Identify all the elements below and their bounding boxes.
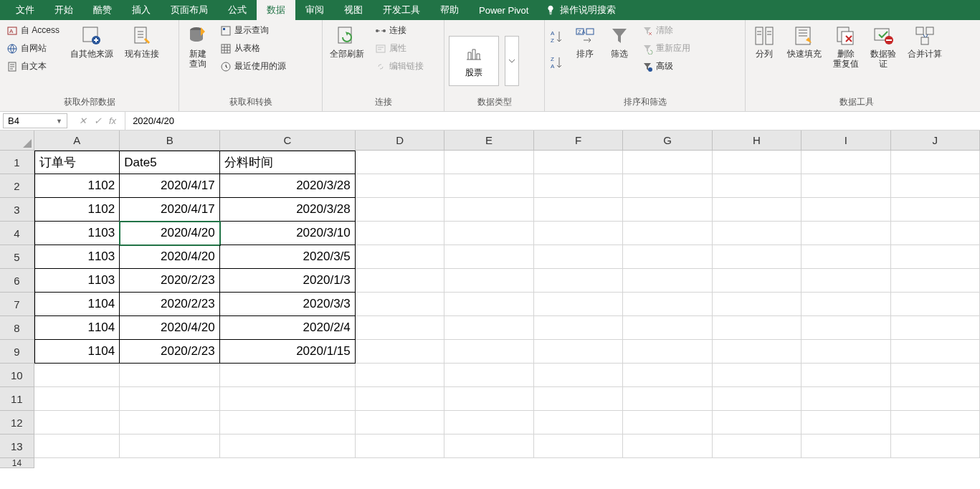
cell-J12[interactable] [891,411,980,435]
cell-D5[interactable] [356,245,444,269]
cell-J9[interactable] [891,340,980,364]
fx-icon[interactable]: fx [109,115,116,126]
cell-G9[interactable] [623,340,712,364]
cell-F9[interactable] [534,340,623,364]
from-web-button[interactable]: 自网站 [4,41,62,56]
cell-G3[interactable] [623,198,712,222]
cell-G1[interactable] [623,151,712,174]
cell-B13[interactable] [120,435,219,458]
cell-H6[interactable] [713,269,801,293]
from-other-button[interactable]: 自其他来源 [67,23,116,60]
cell-I3[interactable] [801,198,890,222]
tab-developer[interactable]: 开发工具 [373,0,430,20]
cell-B12[interactable] [120,411,219,435]
recent-sources-button[interactable]: 最近使用的源 [218,59,288,74]
cell-E8[interactable] [444,316,533,340]
cell-A1[interactable]: 订单号 [34,151,120,174]
row-header-6[interactable]: 6 [0,269,34,293]
sort-button[interactable]: Z A 排序 [571,23,599,60]
cell-B4[interactable]: 2020/4/20 [120,222,219,245]
remove-duplicates-button[interactable]: 删除 重复值 [830,23,862,71]
cell-A10[interactable] [34,364,120,387]
col-header-A[interactable]: A [34,130,120,151]
name-box[interactable]: B4 ▼ [3,113,67,128]
col-header-J[interactable]: J [891,130,980,151]
cell-A8[interactable]: 1104 [34,316,120,340]
cell-B6[interactable]: 2020/2/23 [120,269,219,293]
consolidate-button[interactable]: 合并计算 [905,23,945,60]
cell-J4[interactable] [891,222,980,245]
cell-J5[interactable] [891,245,980,269]
cell-A11[interactable] [34,387,120,411]
cell-A13[interactable] [34,435,120,458]
cell-B3[interactable]: 2020/4/17 [120,198,219,222]
cell-C9[interactable]: 2020/1/15 [220,340,356,364]
cell-J6[interactable] [891,269,980,293]
cell-I12[interactable] [801,411,890,435]
tell-me[interactable]: 操作说明搜索 [538,4,623,16]
col-header-I[interactable]: I [801,130,890,151]
cell-E4[interactable] [444,222,533,245]
cell-I7[interactable] [801,293,890,316]
cell-C7[interactable]: 2020/3/3 [220,293,356,316]
cell-I5[interactable] [801,245,890,269]
cell-H4[interactable] [713,222,801,245]
cell-E12[interactable] [444,411,533,435]
cell-H9[interactable] [713,340,801,364]
cell-C3[interactable]: 2020/3/28 [220,198,356,222]
cell-G7[interactable] [623,293,712,316]
cell-I13[interactable] [801,435,890,458]
cell-J13[interactable] [891,435,980,458]
filter-button[interactable]: 筛选 [605,23,634,60]
cell-H11[interactable] [713,387,801,411]
cell-C12[interactable] [220,411,356,435]
cell-B2[interactable]: 2020/4/17 [120,174,219,198]
cell-E9[interactable] [444,340,533,364]
cell-A12[interactable] [34,411,120,435]
cell-G8[interactable] [623,316,712,340]
cell-G6[interactable] [623,269,712,293]
cell-D2[interactable] [356,174,444,198]
cell-B10[interactable] [120,364,219,387]
row-header-12[interactable]: 12 [0,411,34,435]
cell-A9[interactable]: 1104 [34,340,120,364]
data-validation-button[interactable]: 数据验 证 [867,23,899,71]
row-header-14[interactable]: 14 [0,458,34,468]
refresh-all-button[interactable]: 全部刷新 [327,23,367,60]
col-header-C[interactable]: C [220,130,356,151]
cell-E5[interactable] [444,245,533,269]
cell-J2[interactable] [891,174,980,198]
cell-E13[interactable] [444,435,533,458]
cell-F12[interactable] [534,411,623,435]
cell-D11[interactable] [356,387,444,411]
tab-review[interactable]: 审阅 [295,0,334,20]
cell-F8[interactable] [534,316,623,340]
cell-F13[interactable] [534,435,623,458]
cell-I1[interactable] [801,151,890,174]
row-header-9[interactable]: 9 [0,340,34,364]
row-header-3[interactable]: 3 [0,198,34,222]
cell-H12[interactable] [713,411,801,435]
cell-F2[interactable] [534,174,623,198]
advanced-filter-button[interactable]: 高级 [639,59,693,74]
formula-input[interactable]: 2020/4/20 [125,114,980,128]
cell-H3[interactable] [713,198,801,222]
cell-B9[interactable]: 2020/2/23 [120,340,219,364]
cell-A6[interactable]: 1103 [34,269,120,293]
connections-button[interactable]: 连接 [373,23,426,38]
cell-C4[interactable]: 2020/3/10 [220,222,356,245]
text-to-columns-button[interactable]: 分列 [750,23,779,60]
cell-J11[interactable] [891,387,980,411]
cell-E7[interactable] [444,293,533,316]
cell-H8[interactable] [713,316,801,340]
cell-A5[interactable]: 1103 [34,245,120,269]
row-header-1[interactable]: 1 [0,151,34,174]
row-header-7[interactable]: 7 [0,293,34,316]
cancel-icon[interactable]: ✕ [79,115,87,126]
col-header-G[interactable]: G [623,130,712,151]
row-header-5[interactable]: 5 [0,245,34,269]
tab-kuzan[interactable]: 酷赞 [83,0,122,20]
datatype-dropdown[interactable] [505,36,519,86]
cell-A2[interactable]: 1102 [34,174,120,198]
cell-D4[interactable] [356,222,444,245]
